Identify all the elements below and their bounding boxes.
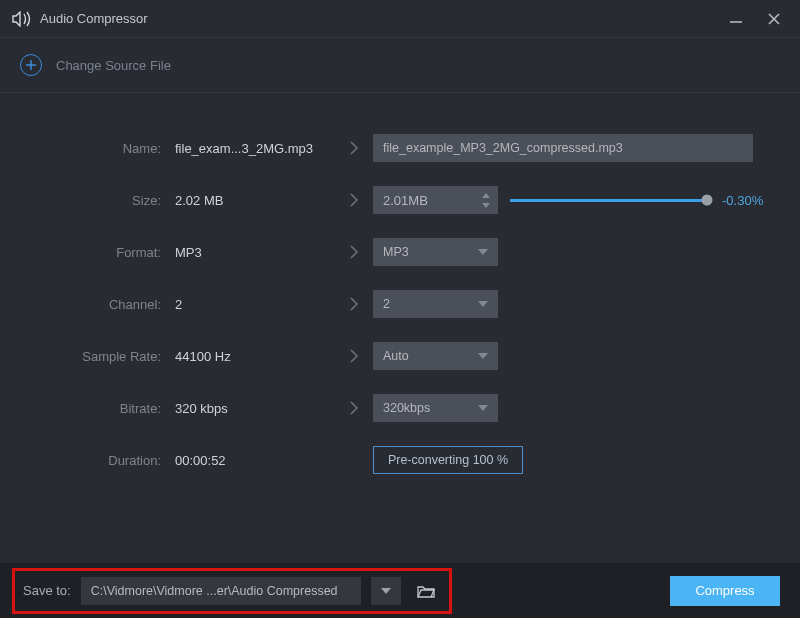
current-duration: 00:00:52 — [175, 453, 335, 468]
current-name: file_exam...3_2MG.mp3 — [175, 141, 335, 156]
size-slider[interactable] — [510, 199, 710, 202]
row-format: Format: MP3 MP3 — [30, 237, 770, 267]
label-bitrate: Bitrate: — [30, 401, 175, 416]
caret-down-icon — [478, 405, 488, 411]
sample-rate-select[interactable]: Auto — [373, 342, 498, 370]
window-controls — [728, 11, 782, 27]
label-size: Size: — [30, 193, 175, 208]
bitrate-select-value: 320kbps — [383, 401, 430, 415]
row-duration: Duration: 00:00:52 Pre-converting 100 % — [30, 445, 770, 475]
save-to-label: Save to: — [23, 583, 71, 598]
current-format: MP3 — [175, 245, 335, 260]
target-size-stepper[interactable]: 2.01MB — [373, 186, 498, 214]
arrow-icon — [335, 297, 373, 311]
label-format: Format: — [30, 245, 175, 260]
caret-down-icon — [478, 301, 488, 307]
change-source-label: Change Source File — [56, 58, 171, 73]
sample-rate-select-value: Auto — [383, 349, 409, 363]
slider-thumb[interactable] — [702, 195, 713, 206]
current-size: 2.02 MB — [175, 193, 335, 208]
current-bitrate: 320 kbps — [175, 401, 335, 416]
channel-select[interactable]: 2 — [373, 290, 498, 318]
arrow-icon — [335, 245, 373, 259]
row-bitrate: Bitrate: 320 kbps 320kbps — [30, 393, 770, 423]
format-select[interactable]: MP3 — [373, 238, 498, 266]
row-name: Name: file_exam...3_2MG.mp3 — [30, 133, 770, 163]
label-sample-rate: Sample Rate: — [30, 349, 175, 364]
size-percent: -0.30% — [722, 193, 770, 208]
label-duration: Duration: — [30, 453, 175, 468]
save-path-field[interactable]: C:\Vidmore\Vidmore ...er\Audio Compresse… — [81, 577, 361, 605]
format-select-value: MP3 — [383, 245, 409, 259]
arrow-icon — [335, 141, 373, 155]
arrow-icon — [335, 401, 373, 415]
row-channel: Channel: 2 2 — [30, 289, 770, 319]
current-channel: 2 — [175, 297, 335, 312]
arrow-icon — [335, 349, 373, 363]
minimize-button[interactable] — [728, 11, 744, 27]
save-path-value: C:\Vidmore\Vidmore ...er\Audio Compresse… — [91, 584, 338, 598]
label-channel: Channel: — [30, 297, 175, 312]
caret-down-icon — [478, 249, 488, 255]
row-size: Size: 2.02 MB 2.01MB -0.30% — [30, 185, 770, 215]
save-path-dropdown[interactable] — [371, 577, 401, 605]
target-size-value: 2.01MB — [383, 193, 428, 208]
label-name: Name: — [30, 141, 175, 156]
channel-select-value: 2 — [383, 297, 390, 311]
close-button[interactable] — [766, 11, 782, 27]
title-bar: Audio Compressor — [0, 0, 800, 38]
output-name-input[interactable] — [373, 134, 753, 162]
form-area: Name: file_exam...3_2MG.mp3 Size: 2.02 M… — [0, 93, 800, 475]
change-source-row[interactable]: Change Source File — [0, 38, 800, 93]
plus-circle-icon — [20, 54, 42, 76]
open-folder-button[interactable] — [411, 577, 441, 605]
compress-button[interactable]: Compress — [670, 576, 780, 606]
window-title: Audio Compressor — [40, 11, 728, 26]
current-sample-rate: 44100 Hz — [175, 349, 335, 364]
arrow-icon — [335, 193, 373, 207]
footer: Save to: C:\Vidmore\Vidmore ...er\Audio … — [0, 563, 800, 618]
preconvert-button[interactable]: Pre-converting 100 % — [373, 446, 523, 474]
save-to-highlight: Save to: C:\Vidmore\Vidmore ...er\Audio … — [12, 568, 452, 614]
app-icon — [12, 11, 32, 27]
stepper-up-icon[interactable] — [478, 191, 494, 199]
row-sample-rate: Sample Rate: 44100 Hz Auto — [30, 341, 770, 371]
caret-down-icon — [478, 353, 488, 359]
bitrate-select[interactable]: 320kbps — [373, 394, 498, 422]
stepper-down-icon[interactable] — [478, 201, 494, 209]
